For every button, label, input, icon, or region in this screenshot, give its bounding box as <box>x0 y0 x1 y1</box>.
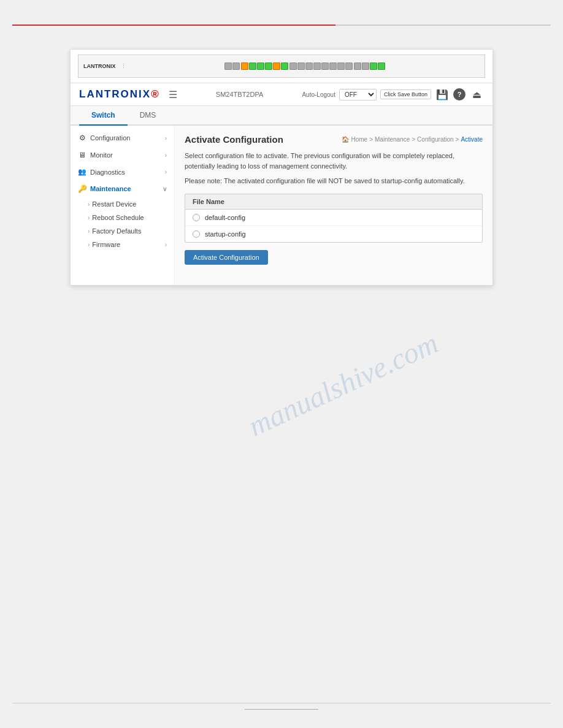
device-header: LANTRONIX ⋮ <box>71 50 492 83</box>
description-text: Select configuration file to activate. T… <box>185 151 483 171</box>
firmware-bullet: › <box>88 241 90 248</box>
port-19 <box>370 63 377 70</box>
activate-configuration-button[interactable]: Activate Configuration <box>185 250 268 265</box>
auto-logout-label: Auto-Logout <box>302 91 335 98</box>
logo-area: LANTRONIX® ☰ <box>79 88 177 100</box>
click-save-button[interactable]: Click Save Button <box>380 89 431 99</box>
breadcrumb-maintenance[interactable]: Maintenance <box>375 136 410 143</box>
page-title: Activate Configuration <box>185 134 283 145</box>
file-table-header: File Name <box>185 194 482 210</box>
sidebar-item-configuration[interactable]: ⚙ Configuration › <box>71 129 174 146</box>
radio-startup-config[interactable] <box>193 230 200 238</box>
breadcrumb-sep3: > <box>456 136 459 143</box>
configuration-arrow-icon: › <box>165 135 167 142</box>
breadcrumb-current: Activate <box>461 136 483 143</box>
device-image: LANTRONIX ⋮ <box>78 55 485 78</box>
firmware-arrow-icon: › <box>165 241 167 248</box>
top-decorative-line <box>12 25 551 26</box>
ui-box: LANTRONIX ⋮ <box>70 49 493 286</box>
firmware-label: Firmware <box>92 241 120 248</box>
port-12 <box>313 63 321 70</box>
device-ports <box>130 63 480 70</box>
logout-icon-button[interactable]: ⏏ <box>469 87 484 102</box>
help-icon-button[interactable]: ? <box>453 88 465 100</box>
maintenance-icon: 🔑 <box>78 184 86 193</box>
sidebar-item-configuration-label: Configuration <box>90 134 130 142</box>
nav-tabs: Switch DMS <box>71 106 492 126</box>
sidebar-submenu-firmware[interactable]: › Firmware › <box>71 238 174 251</box>
auto-logout-select[interactable]: OFF 5 min 10 min 30 min <box>339 89 377 100</box>
bottom-decorative-line <box>12 703 551 703</box>
monitor-arrow-icon: › <box>165 152 167 159</box>
sidebar: ⚙ Configuration › 🖥 Monitor › 👥 Diagnost… <box>71 126 175 285</box>
breadcrumb: 🏠 Home > Maintenance > Configuration > A… <box>342 136 483 143</box>
sidebar-item-maintenance[interactable]: 🔑 Maintenance ∨ <box>71 180 174 197</box>
device-header-brand: LANTRONIX <box>83 63 116 69</box>
sidebar-item-diagnostics-label: Diagnostics <box>90 169 125 176</box>
file-label-startup-config: startup-config <box>205 230 246 238</box>
sidebar-item-diagnostics[interactable]: 👥 Diagnostics › <box>71 164 174 180</box>
port-9 <box>289 63 297 70</box>
hamburger-icon[interactable]: ☰ <box>169 89 177 100</box>
sidebar-submenu-restart-device[interactable]: › Restart Device <box>71 197 174 211</box>
port-13 <box>321 63 329 70</box>
configuration-icon: ⚙ <box>78 134 86 142</box>
sidebar-submenu-reboot-schedule[interactable]: › Reboot Schedule <box>71 211 174 224</box>
bottom-center-line <box>245 709 318 710</box>
port-6 <box>265 63 272 70</box>
logo-text: LANTRONIX <box>79 88 151 100</box>
port-4 <box>249 63 256 70</box>
port-18 <box>362 63 369 70</box>
port-14 <box>329 63 337 70</box>
port-15 <box>337 63 345 70</box>
file-row-default-config[interactable]: default-config <box>185 210 482 226</box>
port-17 <box>354 63 361 70</box>
breadcrumb-configuration[interactable]: Configuration <box>417 136 453 143</box>
port-11 <box>305 63 313 70</box>
diagnostics-arrow-icon: › <box>165 169 167 175</box>
logo: LANTRONIX® <box>79 88 159 100</box>
breadcrumb-sep1: > <box>369 136 373 143</box>
port-5 <box>257 63 264 70</box>
maintenance-arrow-icon: ∨ <box>163 186 167 192</box>
restart-device-bullet: › <box>88 201 90 208</box>
factory-defaults-label: Factory Defaults <box>92 227 141 235</box>
port-7 <box>273 63 280 70</box>
save-icon-button[interactable]: 💾 <box>435 87 450 102</box>
device-menu-dots[interactable]: ⋮ <box>121 63 126 69</box>
sidebar-submenu-factory-defaults[interactable]: › Factory Defaults <box>71 224 174 238</box>
sidebar-item-monitor-label: Monitor <box>90 151 113 159</box>
tab-switch[interactable]: Switch <box>79 106 128 126</box>
port-1 <box>224 63 232 70</box>
device-model: SM24TBT2DPA <box>216 91 263 98</box>
watermark: manualshive.com <box>243 325 443 442</box>
port-10 <box>297 63 305 70</box>
note-text: Please note: The activated configuration… <box>185 176 483 186</box>
restart-device-label: Restart Device <box>92 200 136 208</box>
file-label-default-config: default-config <box>205 214 245 221</box>
header-controls: Auto-Logout OFF 5 min 10 min 30 min Clic… <box>302 87 484 102</box>
factory-defaults-bullet: › <box>88 228 90 235</box>
breadcrumb-sep2: > <box>412 136 415 143</box>
reboot-schedule-bullet: › <box>88 214 90 221</box>
reboot-schedule-label: Reboot Schedule <box>92 214 144 221</box>
logo-dot: ® <box>151 88 159 100</box>
main-content: ⚙ Configuration › 🖥 Monitor › 👥 Diagnost… <box>71 126 492 285</box>
breadcrumb-home[interactable]: Home <box>351 136 367 143</box>
sidebar-item-maintenance-label: Maintenance <box>90 185 131 192</box>
port-16 <box>345 63 353 70</box>
content-header: Activate Configuration 🏠 Home > Maintena… <box>185 134 483 145</box>
monitor-icon: 🖥 <box>78 151 86 159</box>
sidebar-item-monitor[interactable]: 🖥 Monitor › <box>71 146 174 164</box>
port-2 <box>232 63 240 70</box>
file-table: File Name default-config startup-config <box>185 194 483 243</box>
tab-dms[interactable]: DMS <box>128 106 169 126</box>
port-20 <box>378 63 385 70</box>
top-bar: LANTRONIX® ☰ SM24TBT2DPA Auto-Logout OFF… <box>71 83 492 106</box>
port-8 <box>281 63 288 70</box>
content-panel: Activate Configuration 🏠 Home > Maintena… <box>175 126 492 285</box>
file-row-startup-config[interactable]: startup-config <box>185 226 482 242</box>
diagnostics-icon: 👥 <box>78 168 86 176</box>
radio-default-config[interactable] <box>193 214 200 221</box>
breadcrumb-home-icon: 🏠 <box>342 136 349 143</box>
